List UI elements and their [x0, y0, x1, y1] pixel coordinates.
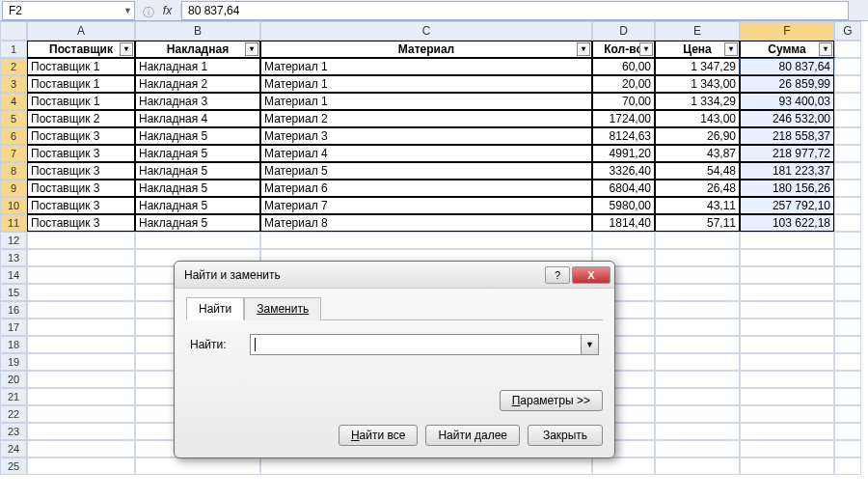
cell[interactable]	[834, 145, 861, 162]
cell[interactable]	[834, 440, 861, 457]
cell[interactable]: Накладная 4	[135, 110, 260, 127]
cell[interactable]	[740, 440, 834, 457]
cell[interactable]: Материал 6	[260, 180, 592, 197]
cell[interactable]: 43,11	[655, 197, 740, 214]
cell[interactable]: Накладная 5	[135, 145, 260, 162]
row-header[interactable]: 24	[0, 440, 27, 457]
table-header-D[interactable]: Кол-во▾	[592, 41, 655, 58]
close-button[interactable]: X	[572, 266, 610, 284]
cell[interactable]: 5980,00	[592, 197, 655, 214]
row-header[interactable]: 4	[0, 93, 27, 110]
cell[interactable]	[740, 301, 834, 319]
cell[interactable]: Накладная 3	[135, 93, 260, 110]
cell[interactable]	[834, 180, 861, 197]
row-header[interactable]: 21	[0, 388, 27, 405]
cell[interactable]: 180 156,26	[740, 180, 834, 197]
row-header[interactable]: 23	[0, 423, 27, 440]
cell[interactable]	[834, 284, 861, 301]
cell[interactable]: Накладная 5	[135, 162, 260, 180]
cell[interactable]	[27, 336, 135, 353]
row-header[interactable]: 2	[0, 58, 27, 75]
column-header-F[interactable]: F	[740, 21, 834, 41]
cell[interactable]	[655, 353, 740, 371]
cell[interactable]: 103 622,18	[740, 214, 834, 232]
close-dialog-button[interactable]: Закрыть	[528, 425, 603, 446]
formula-input[interactable]: 80 837,64	[181, 1, 849, 20]
cell[interactable]	[27, 319, 135, 336]
row-header[interactable]: 5	[0, 110, 27, 127]
cell[interactable]	[740, 266, 834, 284]
cell[interactable]: 26,90	[655, 127, 740, 145]
filter-icon[interactable]: ▾	[819, 42, 832, 56]
row-header[interactable]: 22	[0, 405, 27, 423]
cell[interactable]: Поставщик 3	[27, 127, 135, 145]
cell[interactable]: 20,00	[592, 75, 655, 93]
cell[interactable]: Поставщик 1	[27, 93, 135, 110]
cell[interactable]: Материал 1	[260, 75, 592, 93]
cell[interactable]: 80 837,64	[740, 58, 834, 75]
cell[interactable]: Накладная 1	[135, 58, 260, 75]
cell[interactable]: Поставщик 2	[27, 110, 135, 127]
cell[interactable]	[740, 371, 834, 388]
find-input[interactable]: ▼	[250, 334, 599, 355]
cell[interactable]: Поставщик 1	[27, 58, 135, 75]
cell[interactable]: Материал 1	[260, 93, 592, 110]
cell[interactable]: 246 532,00	[740, 110, 834, 127]
cell[interactable]: Материал 4	[260, 145, 592, 162]
cell[interactable]	[834, 214, 861, 232]
cell[interactable]	[655, 388, 740, 405]
cell[interactable]: Поставщик 1	[27, 75, 135, 93]
cell[interactable]	[655, 371, 740, 388]
cell[interactable]: 3326,40	[592, 162, 655, 180]
cell[interactable]	[834, 93, 861, 110]
row-header[interactable]: 12	[0, 232, 27, 249]
column-header-E[interactable]: E	[655, 21, 740, 41]
cell[interactable]	[834, 75, 861, 93]
filter-icon[interactable]: ▾	[724, 42, 738, 56]
row-header[interactable]: 25	[0, 457, 27, 475]
cell[interactable]	[740, 423, 834, 440]
row-header[interactable]: 14	[0, 266, 27, 284]
cell[interactable]	[260, 232, 592, 249]
cell[interactable]: 1724,00	[592, 110, 655, 127]
cell[interactable]	[135, 232, 260, 249]
cell[interactable]	[834, 423, 861, 440]
cell[interactable]	[27, 266, 135, 284]
cell[interactable]	[834, 457, 861, 475]
cell[interactable]	[740, 284, 834, 301]
filter-icon[interactable]: ▾	[120, 42, 133, 56]
row-header[interactable]: 7	[0, 145, 27, 162]
cell[interactable]	[27, 423, 135, 440]
cell[interactable]: Поставщик 3	[27, 162, 135, 180]
cell[interactable]	[740, 405, 834, 423]
function-icon[interactable]: ⓘ	[143, 5, 154, 16]
cell[interactable]	[834, 197, 861, 214]
dialog-titlebar[interactable]: Найти и заменить ? X	[175, 262, 614, 289]
cell[interactable]: Материал 1	[260, 58, 592, 75]
cell[interactable]: Накладная 5	[135, 197, 260, 214]
row-header[interactable]: 18	[0, 336, 27, 353]
cell[interactable]	[655, 457, 740, 475]
cell[interactable]	[740, 249, 834, 266]
filter-icon[interactable]: ▾	[245, 42, 258, 56]
cell[interactable]	[655, 266, 740, 284]
cell[interactable]: 93 400,03	[740, 93, 834, 110]
row-header[interactable]: 17	[0, 319, 27, 336]
table-header-A[interactable]: Поставщик▾	[27, 41, 135, 58]
cell[interactable]	[27, 440, 135, 457]
cell[interactable]: Материал 3	[260, 127, 592, 145]
cell[interactable]	[740, 457, 834, 475]
cell[interactable]	[834, 232, 861, 249]
tab-replace[interactable]: Заменить	[244, 297, 321, 320]
cell[interactable]	[27, 301, 135, 319]
cell[interactable]: 6804,40	[592, 180, 655, 197]
cell[interactable]: 143,00	[655, 110, 740, 127]
cell[interactable]	[135, 457, 260, 475]
cell[interactable]	[27, 388, 135, 405]
cell[interactable]	[27, 353, 135, 371]
cell[interactable]	[655, 249, 740, 266]
help-button[interactable]: ?	[545, 266, 570, 284]
cell[interactable]: 43,87	[655, 145, 740, 162]
cell[interactable]: 218 558,37	[740, 127, 834, 145]
cell[interactable]: Материал 2	[260, 110, 592, 127]
